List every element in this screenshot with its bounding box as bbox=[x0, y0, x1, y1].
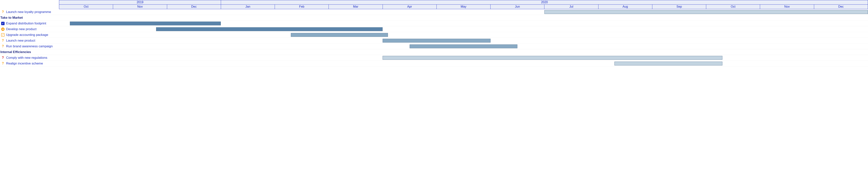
task-label: Develop new product bbox=[6, 27, 36, 31]
row-label-cell: Internal Efficiencies bbox=[0, 50, 59, 54]
month-cell: Jan bbox=[221, 5, 275, 9]
gantt-bar[interactable] bbox=[545, 10, 868, 14]
section-row: Internal Efficiencies bbox=[0, 49, 868, 55]
task-row: ?Realign incentive scheme bbox=[0, 61, 868, 66]
task-label: Launch new loyalty programme bbox=[6, 10, 51, 14]
gantt-bar[interactable] bbox=[70, 22, 221, 25]
month-cell: Oct bbox=[59, 5, 113, 9]
arrow-icon: ➜ bbox=[1, 27, 5, 31]
header-years-row: 20192020 bbox=[0, 0, 868, 5]
gantt-bar[interactable] bbox=[156, 27, 382, 31]
row-label-cell[interactable]: ✓Upgrade accounting package bbox=[0, 33, 59, 37]
month-cell: Dec bbox=[167, 5, 221, 9]
question-icon: ? bbox=[1, 39, 5, 42]
month-cell: Nov bbox=[760, 5, 814, 9]
row-label-cell[interactable]: ?Run brand awareness campaign bbox=[0, 45, 59, 48]
year-cell: 2020 bbox=[221, 0, 868, 5]
month-cell: Aug bbox=[598, 5, 652, 9]
task-label: Expand distribution footprint bbox=[6, 22, 46, 25]
rows-container: ?Launch new loyalty programmeTake to Mar… bbox=[0, 9, 868, 66]
months-container: OctNovDecJanFebMarAprMayJunJulAugSepOctN… bbox=[59, 5, 868, 9]
row-label-cell[interactable]: ?Comply with new regulations bbox=[0, 56, 59, 60]
task-label: Launch new product bbox=[6, 39, 35, 43]
row-timeline bbox=[59, 49, 868, 55]
month-cell: Apr bbox=[383, 5, 437, 9]
gantt-bar[interactable] bbox=[615, 62, 722, 65]
section-row: Take to Market bbox=[0, 15, 868, 21]
task-row: ?Launch new loyalty programme bbox=[0, 9, 868, 15]
row-label-cell: Take to Market bbox=[0, 16, 59, 20]
header-spacer bbox=[0, 0, 59, 5]
month-cell: Jun bbox=[491, 5, 545, 9]
gantt-bar[interactable] bbox=[410, 45, 518, 48]
task-row: ?Run brand awareness campaign bbox=[0, 44, 868, 49]
row-label-cell[interactable]: ?Launch new loyalty programme bbox=[0, 10, 59, 14]
task-row: ➜Develop new product bbox=[0, 26, 868, 32]
task-row: ?Launch new product bbox=[0, 38, 868, 44]
row-label-cell[interactable]: ?Launch new product bbox=[0, 39, 59, 43]
question-icon: ? bbox=[1, 56, 5, 59]
task-label: Run brand awareness campaign bbox=[6, 45, 53, 48]
row-timeline bbox=[59, 15, 868, 20]
month-cell: Mar bbox=[329, 5, 382, 9]
row-label-cell[interactable]: ➜Develop new product bbox=[0, 27, 59, 31]
section-label: Internal Efficiencies bbox=[0, 50, 31, 54]
row-timeline bbox=[59, 26, 868, 32]
month-cell: Feb bbox=[275, 5, 329, 9]
gantt-bar[interactable] bbox=[382, 39, 491, 43]
month-cell: May bbox=[437, 5, 491, 9]
year-cell: 2019 bbox=[59, 0, 221, 5]
task-label: Upgrade accounting package bbox=[6, 33, 48, 37]
month-cell: Nov bbox=[113, 5, 167, 9]
row-label-cell[interactable]: ✓Expand distribution footprint bbox=[0, 22, 59, 25]
task-row: ?Comply with new regulations bbox=[0, 55, 868, 61]
checkbox-icon: ✓ bbox=[1, 33, 5, 37]
month-cell: Oct bbox=[706, 5, 760, 9]
row-label-cell[interactable]: ?Realign incentive scheme bbox=[0, 62, 59, 65]
task-label: Comply with new regulations bbox=[6, 56, 47, 60]
task-row: ✓Upgrade accounting package bbox=[0, 32, 868, 38]
month-cell: Dec bbox=[814, 5, 868, 9]
header-months-row: OctNovDecJanFebMarAprMayJunJulAugSepOctN… bbox=[0, 5, 868, 9]
gantt-bar[interactable] bbox=[291, 33, 388, 37]
row-timeline bbox=[59, 55, 868, 60]
years-container: 20192020 bbox=[59, 0, 868, 5]
gantt-chart: 20192020 OctNovDecJanFebMarAprMayJunJulA… bbox=[0, 0, 868, 66]
month-cell: Jul bbox=[545, 5, 598, 9]
task-row: ✓Expand distribution footprint bbox=[0, 21, 868, 26]
row-timeline bbox=[59, 44, 868, 49]
month-cell: Sep bbox=[652, 5, 706, 9]
task-label: Realign incentive scheme bbox=[6, 62, 43, 65]
gantt-bar[interactable] bbox=[382, 56, 722, 60]
header-spacer-2 bbox=[0, 5, 59, 9]
row-timeline bbox=[59, 32, 868, 37]
row-timeline bbox=[59, 21, 868, 26]
check-icon: ✓ bbox=[1, 22, 5, 25]
question-icon: ? bbox=[1, 45, 5, 48]
row-timeline bbox=[59, 9, 868, 15]
row-timeline bbox=[59, 61, 868, 66]
question-icon: ? bbox=[1, 10, 5, 14]
row-timeline bbox=[59, 38, 868, 43]
question-icon: ? bbox=[1, 62, 5, 65]
section-label: Take to Market bbox=[0, 16, 23, 20]
